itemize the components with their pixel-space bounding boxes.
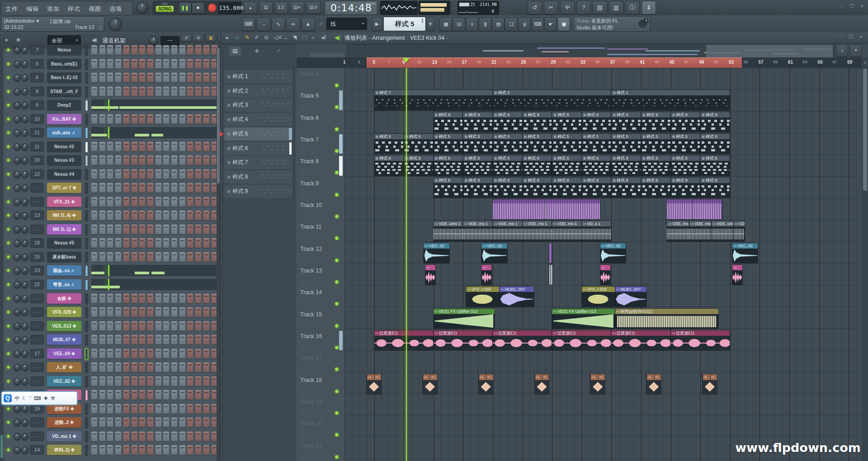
step-cell[interactable] bbox=[171, 432, 177, 441]
step-cell[interactable] bbox=[147, 87, 153, 96]
ime-settings-icon[interactable]: ⚒ bbox=[51, 395, 55, 401]
step-cell[interactable] bbox=[123, 169, 129, 179]
track-name[interactable]: Track 4 bbox=[300, 71, 319, 77]
channel-name-button[interactable]: sub..ass ♬ bbox=[47, 127, 81, 138]
track-options-dots[interactable]: ⋯ bbox=[300, 105, 305, 109]
step-cell[interactable] bbox=[187, 307, 193, 317]
clip[interactable]: ↦↦ bbox=[367, 374, 381, 394]
step-cell[interactable] bbox=[203, 73, 209, 82]
metronome-button[interactable]: ▲ bbox=[301, 17, 315, 31]
step-cell[interactable] bbox=[99, 238, 105, 248]
step-cell[interactable] bbox=[156, 155, 161, 165]
step-cell[interactable] bbox=[187, 169, 193, 179]
step-cell[interactable] bbox=[91, 335, 97, 344]
step-cell[interactable] bbox=[203, 418, 209, 427]
step-cell[interactable] bbox=[132, 114, 137, 124]
step-cell[interactable] bbox=[187, 432, 193, 441]
pattern-arrow-button[interactable]: ▸ bbox=[372, 17, 382, 31]
step-cell[interactable] bbox=[187, 404, 193, 414]
channel-pan-knob[interactable] bbox=[14, 198, 21, 206]
browser-button[interactable]: ▤ bbox=[492, 17, 505, 31]
step-cell[interactable] bbox=[195, 73, 201, 82]
typing-keyboard-piano-button[interactable]: ⌨ bbox=[241, 17, 255, 31]
step-cell[interactable] bbox=[187, 376, 193, 386]
channel-pan-knob[interactable] bbox=[14, 74, 21, 81]
step-cell[interactable] bbox=[187, 445, 193, 455]
step-cell[interactable] bbox=[187, 87, 193, 96]
step-cell[interactable] bbox=[107, 432, 113, 441]
picker-tab-audio[interactable]: ✚ bbox=[251, 47, 263, 56]
step-cell[interactable] bbox=[203, 225, 209, 234]
pl-draw-button[interactable]: ✎ bbox=[245, 34, 250, 41]
pl-slice-button[interactable]: ◥ bbox=[292, 34, 297, 41]
step-cell[interactable] bbox=[163, 362, 169, 372]
audio-clip-mini-label[interactable]: ↦ bbox=[591, 374, 598, 380]
step-cell[interactable] bbox=[203, 390, 209, 400]
channel-volume-knob[interactable] bbox=[21, 433, 28, 440]
channel-pan-knob[interactable] bbox=[14, 240, 21, 247]
channel-volume-knob[interactable] bbox=[21, 61, 28, 68]
track-mute-led[interactable] bbox=[335, 389, 339, 394]
step-cell[interactable] bbox=[156, 211, 161, 220]
channel-name-button[interactable]: Nexus #3 bbox=[47, 155, 81, 165]
step-cell[interactable] bbox=[99, 335, 105, 344]
step-cell[interactable] bbox=[91, 169, 97, 179]
channel-target-number[interactable]: --- bbox=[30, 376, 44, 386]
clip-样式 6[interactable]: ≣样式 6 bbox=[523, 155, 552, 175]
step-cell[interactable] bbox=[147, 335, 153, 344]
rack-right-scrollbar[interactable] bbox=[217, 48, 220, 461]
picker-scrollbar-thumb[interactable] bbox=[289, 128, 292, 140]
track-mute-led[interactable] bbox=[335, 127, 339, 132]
channel-volume-knob[interactable] bbox=[21, 350, 28, 358]
channel-pan-knob[interactable] bbox=[14, 88, 21, 95]
step-cell[interactable] bbox=[156, 390, 161, 400]
channel-volume-knob[interactable] bbox=[21, 212, 28, 219]
channel-pan-knob[interactable] bbox=[14, 295, 21, 302]
channel-name-button[interactable]: Bass t..E) #2 bbox=[47, 72, 81, 83]
step-cell[interactable] bbox=[163, 335, 169, 344]
pl-zoom-button[interactable]: ⌕ bbox=[311, 34, 315, 41]
track-options-dots[interactable]: ⋯ bbox=[300, 345, 305, 350]
channel-target-number[interactable]: 20 bbox=[30, 155, 44, 165]
step-cell[interactable] bbox=[171, 197, 177, 207]
step-cell[interactable] bbox=[163, 252, 169, 262]
countdown-button[interactable]: 3.2: bbox=[274, 1, 288, 14]
rack-close-button[interactable]: ✕ bbox=[217, 34, 221, 42]
channel-pan-knob[interactable] bbox=[14, 157, 21, 164]
channel-mute-strip[interactable] bbox=[85, 59, 88, 70]
step-cell[interactable] bbox=[203, 335, 209, 344]
clip[interactable] bbox=[549, 265, 553, 285]
step-cell[interactable] bbox=[203, 404, 209, 414]
channel-rack-button[interactable]: ≡ bbox=[466, 17, 478, 31]
step-cell[interactable] bbox=[139, 404, 145, 414]
clip[interactable]: ↦↦ bbox=[703, 374, 717, 394]
step-cell[interactable] bbox=[115, 87, 121, 96]
step-cell[interactable] bbox=[156, 362, 161, 372]
clip[interactable]: ↦↦ bbox=[590, 374, 605, 394]
clip-过度迷幻1[interactable]: ↦过度迷幻1 bbox=[434, 330, 492, 350]
channel-name-button[interactable]: VES..013 ✚ bbox=[47, 321, 81, 331]
audio-clip-mini-label[interactable]: ↦ bbox=[703, 374, 710, 380]
channel-pan-knob[interactable] bbox=[14, 350, 21, 358]
step-cell[interactable] bbox=[171, 155, 177, 165]
clip[interactable]: ↦ bbox=[425, 265, 435, 285]
step-cell[interactable] bbox=[91, 390, 97, 400]
channel-mute-strip[interactable] bbox=[85, 100, 88, 111]
step-cell[interactable] bbox=[107, 445, 113, 455]
rack-right-scrollbar-thumb[interactable] bbox=[217, 48, 220, 183]
clip-MUB1..007[interactable]: ↦MUB1..007 bbox=[500, 287, 534, 306]
step-cell[interactable] bbox=[132, 252, 137, 262]
channel-target-number[interactable]: 7 bbox=[30, 45, 44, 55]
clip-样式 8[interactable]: ≣样式 8 bbox=[493, 178, 522, 198]
step-cell[interactable] bbox=[156, 404, 161, 414]
step-cell[interactable] bbox=[171, 169, 177, 179]
step-cell[interactable] bbox=[163, 197, 169, 207]
channel-volume-knob[interactable] bbox=[21, 309, 28, 316]
step-cell[interactable] bbox=[171, 142, 177, 151]
track-name[interactable]: Track 6 bbox=[300, 115, 319, 121]
clip-样式 6[interactable]: ≣样式 6 bbox=[611, 155, 641, 175]
channel-volume-knob[interactable] bbox=[21, 102, 28, 109]
step-cell[interactable] bbox=[187, 211, 193, 220]
channel-mute-strip[interactable] bbox=[85, 445, 88, 456]
step-cell[interactable] bbox=[179, 445, 185, 455]
